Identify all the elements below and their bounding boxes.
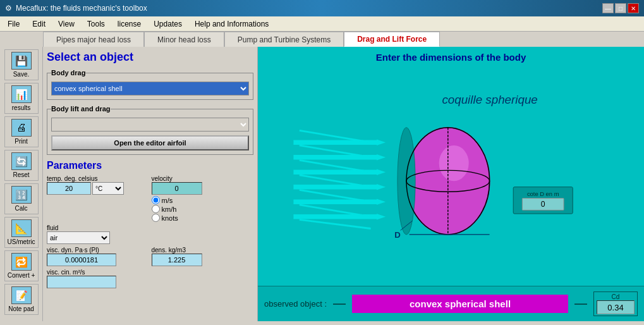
separator-line — [333, 304, 346, 305]
cote-d-value: 0 — [541, 200, 545, 209]
sidebar-convert[interactable]: 🔁 Convert + — [4, 250, 39, 281]
menu-help[interactable]: Help and Informations — [190, 18, 274, 30]
menu-updates[interactable]: Updates — [149, 18, 187, 30]
dens-group: dens. kg/m3 — [152, 247, 254, 266]
french-label: coquille spherique — [442, 93, 537, 106]
app-title: ⚙ Mecaflux: the fluids mechanic's toolbo… — [5, 4, 147, 13]
dens-label: dens. kg/m3 — [152, 247, 254, 254]
velocity-input[interactable] — [152, 182, 202, 195]
cote-d-box-label: cote D en m — [527, 190, 559, 197]
sidebar-notepad[interactable]: 📝 Note pad — [4, 284, 39, 315]
calc-icon: 🔢 — [11, 186, 32, 204]
sidebar-print[interactable]: 🖨 Print — [4, 116, 39, 147]
visc-dyn-label: visc. dyn. Pa·s (Pl) — [47, 247, 149, 254]
print-icon: 🖨 — [11, 119, 32, 137]
sidebar-calc[interactable]: 🔢 Calc — [4, 183, 39, 214]
minimize-button[interactable]: — — [602, 3, 614, 13]
parameters-title: Parameters — [47, 160, 253, 171]
convert-icon: 🔁 — [11, 253, 32, 271]
spacer — [152, 224, 254, 244]
velocity-unit-group: m/s km/h knots — [152, 196, 254, 222]
cd-box: Cd — [593, 291, 638, 316]
reset-icon: 🔄 — [11, 152, 32, 170]
app-icon: ⚙ — [5, 4, 12, 13]
fluid-label: fluid — [47, 224, 149, 231]
menu-bar: File Edit View Tools license Updates Hel… — [0, 16, 644, 32]
fluid-group: fluid air water — [47, 224, 149, 244]
save-icon: 💾 — [11, 52, 32, 70]
d-text: D — [394, 230, 401, 240]
svg-marker-9 — [377, 199, 386, 205]
body-drag-row: convex spherical shellspherecylinderdisk… — [51, 82, 249, 95]
close-button[interactable]: ✕ — [628, 3, 639, 13]
visc-cin-input[interactable] — [47, 276, 116, 288]
body-drag-select[interactable]: convex spherical shellspherecylinderdisk… — [51, 82, 249, 95]
parameters-section: Parameters temp. deg. celsius °C — [47, 160, 253, 288]
menu-edit[interactable]: Edit — [27, 18, 51, 30]
radio-kmh[interactable]: km/h — [152, 205, 254, 213]
tab-pump[interactable]: Pump and Turbine Systems — [224, 32, 344, 47]
notepad-icon: 📝 — [11, 286, 32, 304]
sphere-highlight — [439, 145, 469, 181]
flow-arrows — [293, 130, 386, 228]
select-object-title: Select an object — [47, 51, 253, 64]
separator-line2 — [574, 304, 587, 305]
open-editor-btn[interactable]: Open the editor airfoil — [51, 135, 249, 150]
usmetric-icon: 📐 — [11, 219, 32, 237]
body-lift-drag-select[interactable] — [51, 118, 249, 132]
right-panel: Enter the dimensions of the body coquill… — [258, 47, 644, 321]
svg-line-18 — [300, 219, 371, 228]
left-panel: Select an object Body drag convex spheri… — [43, 47, 258, 321]
menu-tools[interactable]: Tools — [82, 18, 110, 30]
visc-dyn-group: visc. dyn. Pa·s (Pl) — [47, 247, 149, 266]
fluid-select[interactable]: air water — [47, 231, 110, 244]
sidebar-results[interactable]: 📊 results — [4, 83, 39, 114]
visualization-svg: coquille spherique — [258, 47, 644, 321]
title-bar: ⚙ Mecaflux: the fluids mechanic's toolbo… — [0, 0, 644, 16]
sidebar-reset[interactable]: 🔄 Reset — [4, 150, 39, 181]
visc-dyn-input[interactable] — [47, 254, 116, 266]
tab-drag[interactable]: Drag and Lift Force — [344, 32, 440, 47]
body-drag-legend: Body drag — [51, 69, 85, 77]
menu-view[interactable]: View — [53, 18, 80, 30]
cd-input[interactable] — [597, 300, 635, 314]
tab-pipes[interactable]: Pipes major head loss — [43, 32, 144, 47]
tab-bar: Pipes major head loss Minor head loss Pu… — [43, 32, 644, 47]
observed-label: observed object : — [264, 299, 327, 309]
cd-label: Cd — [612, 293, 620, 300]
window-controls[interactable]: — □ ✕ — [602, 3, 639, 13]
temp-input[interactable] — [47, 182, 91, 195]
temp-group: temp. deg. celsius °C — [47, 175, 149, 222]
svg-marker-11 — [377, 214, 386, 219]
svg-marker-3 — [377, 154, 386, 160]
sidebar-save[interactable]: 💾 Save. — [4, 49, 39, 80]
tab-minor[interactable]: Minor head loss — [144, 32, 224, 47]
results-icon: 📊 — [11, 85, 32, 103]
observed-value: convex spherical shell — [352, 295, 568, 313]
menu-license[interactable]: license — [112, 18, 146, 30]
sidebar: 💾 Save. 📊 results 🖨 Print 🔄 Reset 🔢 Calc… — [0, 47, 43, 321]
temp-unit-select[interactable]: °C — [92, 182, 124, 195]
bottom-bar: observed object : convex spherical shell… — [258, 286, 644, 321]
velocity-group: velocity m/s km/h knots — [152, 175, 254, 222]
title-text: Mecaflux: the fluids mechanic's toolbox — [16, 4, 147, 13]
sidebar-usmetric[interactable]: 📐 US/metric — [4, 217, 39, 248]
menu-file[interactable]: File — [3, 18, 25, 30]
svg-marker-7 — [377, 184, 386, 190]
body-lift-drag-legend: Body lift and drag — [51, 105, 111, 113]
radio-ms[interactable]: m/s — [152, 196, 254, 204]
body-lift-drag-row — [51, 118, 249, 132]
radio-knots[interactable]: knots — [152, 214, 254, 222]
svg-marker-5 — [377, 169, 386, 175]
svg-marker-1 — [377, 140, 386, 145]
velocity-label: velocity — [152, 175, 254, 182]
dens-input[interactable] — [152, 254, 202, 266]
visc-cin-label: visc. cin. m²/s — [47, 269, 149, 276]
temp-label: temp. deg. celsius — [47, 175, 149, 182]
visc-cin-group: visc. cin. m²/s — [47, 269, 149, 288]
maximize-button[interactable]: □ — [615, 3, 626, 13]
